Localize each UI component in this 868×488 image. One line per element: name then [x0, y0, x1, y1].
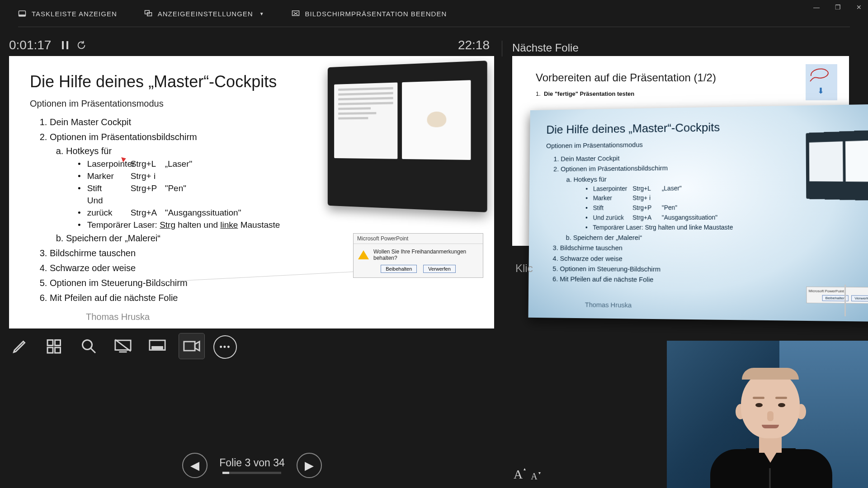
- display-settings-icon: [144, 9, 152, 18]
- embedded-dialog-image: Microsoft PowerPoint Wollen Sie Ihre Fre…: [353, 233, 483, 278]
- slide-author: Thomas Hruska: [86, 312, 150, 322]
- slide-navigation: ◀ Folie 3 von 34 ▶: [0, 453, 504, 478]
- zoom-tool-button[interactable]: [76, 333, 101, 359]
- projected-slide-photo: Die Hilfe deines „Master“-Cockpits Optio…: [528, 104, 868, 322]
- taskbar-icon: [18, 9, 26, 18]
- display-settings-label: ANZEIGEEINSTELLUNGEN: [158, 10, 253, 18]
- slide-counter: Folie 3 von 34: [219, 457, 284, 469]
- embedded-monitor-image: [328, 61, 487, 212]
- proj-monitor-image: [806, 129, 868, 201]
- webcam-feed[interactable]: [667, 341, 868, 488]
- timer-bar: 0:01:17 22:18: [9, 35, 495, 55]
- svg-rect-9: [47, 340, 53, 346]
- next-slide-list: 1. Die "fertige" Präsentation testen: [536, 90, 849, 97]
- end-slideshow-label: BILDSCHIRMPRÄSENTATION BEENDEN: [305, 10, 447, 18]
- end-slideshow-icon: [292, 9, 300, 18]
- slide-progress[interactable]: [222, 472, 281, 474]
- down-arrow-icon: ⬇: [817, 86, 824, 96]
- dialog-discard-button: Verwerfen: [423, 265, 456, 273]
- notes-prompt[interactable]: Klic: [515, 262, 533, 275]
- ellipsis-icon: •••: [220, 343, 231, 352]
- svg-rect-20: [184, 342, 195, 351]
- svg-rect-11: [47, 347, 53, 353]
- dialog-body-text: Wollen Sie Ihre Freihandanmerkungen beha…: [373, 249, 478, 261]
- svg-rect-10: [55, 340, 61, 346]
- elapsed-time: 0:01:17: [9, 38, 51, 52]
- annotation-shape: ⬇: [806, 64, 837, 100]
- separator: [502, 41, 502, 56]
- camera-button[interactable]: [179, 333, 204, 359]
- next-slide-button[interactable]: ▶: [297, 453, 322, 478]
- svg-rect-19: [152, 347, 163, 348]
- presenter-tools: •••: [7, 333, 237, 359]
- svg-rect-8: [66, 41, 68, 49]
- next-slide-title: Vorbereiten auf die Präsentation (1/2): [536, 71, 849, 84]
- show-taskbar-button[interactable]: TASKLEISTE ANZEIGEN: [18, 9, 117, 18]
- current-slide[interactable]: Die Hilfe deines „Master“-Cockpits Optio…: [9, 56, 494, 328]
- proj-item: Schwarze oder weise: [560, 253, 863, 265]
- pause-timer-button[interactable]: [60, 40, 70, 50]
- dialog-title: Microsoft PowerPoint: [354, 234, 483, 244]
- warning-icon: [358, 250, 369, 259]
- pen-tool-button[interactable]: [7, 333, 33, 359]
- show-taskbar-label: TASKLEISTE ANZEIGEN: [32, 10, 117, 18]
- svg-rect-12: [55, 347, 61, 353]
- see-all-slides-button[interactable]: [42, 333, 67, 359]
- proj-author: Thomas Hruska: [585, 300, 632, 309]
- clock-time: 22:18: [458, 38, 490, 52]
- svg-line-14: [91, 348, 96, 353]
- end-slideshow-button[interactable]: BILDSCHIRMPRÄSENTATION BEENDEN: [292, 9, 447, 18]
- tripod-image: [836, 285, 854, 321]
- slide-item-5: Optionen im Steuerung-Bildschirm: [50, 276, 473, 290]
- proj-item: Mit Pfeilen auf die nächste Folie: [560, 274, 863, 286]
- next-slide-heading: Nächste Folie: [512, 42, 579, 54]
- slide-item-6: Mit Pfeilen auf die nächste Folie: [50, 291, 473, 305]
- subtitle-button[interactable]: [145, 333, 170, 359]
- presenter-toolbar: TASKLEISTE ANZEIGEN ANZEIGEEINSTELLUNGEN…: [0, 0, 868, 27]
- previous-slide-button[interactable]: ◀: [182, 453, 208, 478]
- decrease-font-button[interactable]: A▾: [531, 471, 537, 482]
- slide-item-2a-label: Hotkeys für: [66, 146, 112, 156]
- svg-rect-7: [62, 41, 64, 49]
- reset-timer-button[interactable]: [76, 40, 86, 50]
- brain-icon: [427, 112, 447, 127]
- font-size-controls: A▴ A▾: [514, 467, 538, 482]
- display-settings-button[interactable]: ANZEIGEEINSTELLUNGEN ▼: [144, 9, 264, 18]
- proj-item: Bildschirme tauschen: [560, 243, 863, 254]
- chevron-down-icon: ▼: [259, 11, 264, 16]
- hotkey-row-laser: Temporärer Laser: Strg halten und linke …: [78, 219, 473, 231]
- svg-rect-1: [19, 14, 26, 16]
- svg-point-13: [83, 340, 92, 350]
- black-screen-button[interactable]: [110, 333, 136, 359]
- slide-item-2-label: Optionen im Präsentationsbildschirm: [50, 132, 197, 142]
- increase-font-button[interactable]: A▴: [514, 467, 523, 482]
- proj-item: Speichern der „Malerei“: [573, 232, 863, 243]
- more-options-button[interactable]: •••: [213, 335, 237, 359]
- dialog-keep-button: Beibehalten: [381, 265, 417, 273]
